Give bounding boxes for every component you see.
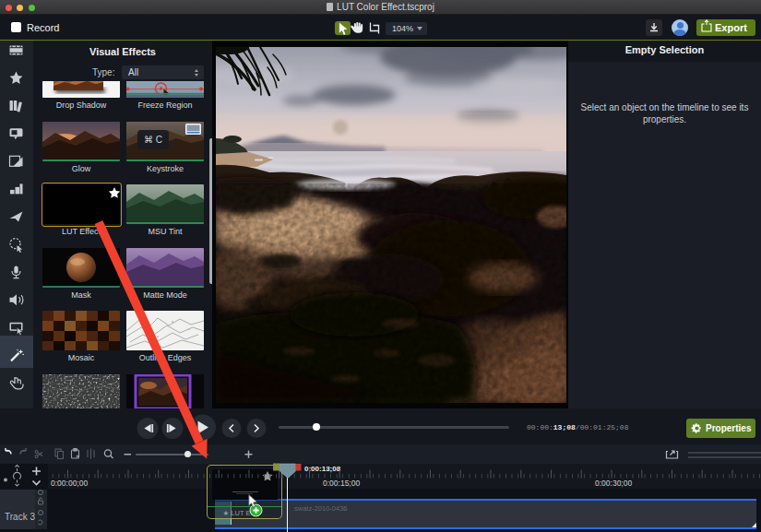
svg-text:⌘ C: ⌘ C bbox=[144, 135, 162, 145]
